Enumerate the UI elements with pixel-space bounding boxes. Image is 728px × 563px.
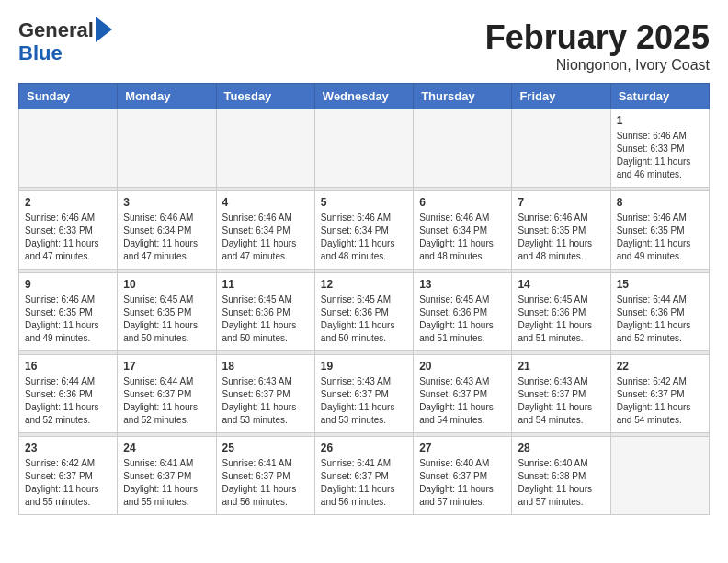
calendar-cell: 17Sunrise: 6:44 AM Sunset: 6:37 PM Dayli… — [118, 355, 216, 433]
day-info: Sunrise: 6:41 AM Sunset: 6:37 PM Dayligh… — [123, 457, 210, 509]
day-info: Sunrise: 6:43 AM Sunset: 6:37 PM Dayligh… — [419, 375, 506, 427]
day-number: 16 — [25, 360, 111, 373]
title-block: February 2025 Niongonon, Ivory Coast — [485, 18, 710, 74]
day-number: 4 — [222, 196, 309, 209]
day-number: 28 — [518, 442, 604, 454]
day-info: Sunrise: 6:46 AM Sunset: 6:35 PM Dayligh… — [25, 293, 111, 345]
day-info: Sunrise: 6:46 AM Sunset: 6:34 PM Dayligh… — [123, 212, 210, 263]
calendar-cell: 18Sunrise: 6:43 AM Sunset: 6:37 PM Dayli… — [216, 355, 314, 433]
day-number: 6 — [419, 196, 506, 209]
calendar-cell: 4Sunrise: 6:46 AM Sunset: 6:34 PM Daylig… — [216, 191, 314, 270]
day-info: Sunrise: 6:45 AM Sunset: 6:36 PM Dayligh… — [222, 293, 309, 345]
day-info: Sunrise: 6:42 AM Sunset: 6:37 PM Dayligh… — [617, 375, 703, 427]
calendar-cell: 9Sunrise: 6:46 AM Sunset: 6:35 PM Daylig… — [19, 273, 118, 351]
weekday-header-tuesday: Tuesday — [216, 84, 314, 109]
day-info: Sunrise: 6:45 AM Sunset: 6:35 PM Dayligh… — [123, 293, 210, 345]
day-info: Sunrise: 6:46 AM Sunset: 6:34 PM Dayligh… — [222, 212, 309, 263]
day-number: 19 — [321, 360, 407, 373]
day-info: Sunrise: 6:46 AM Sunset: 6:33 PM Dayligh… — [25, 212, 111, 263]
weekday-header-monday: Monday — [118, 84, 216, 109]
day-number: 10 — [123, 278, 210, 291]
weekday-header-friday: Friday — [512, 84, 610, 109]
logo-general: General — [18, 19, 94, 41]
calendar-week-row: 2Sunrise: 6:46 AM Sunset: 6:33 PM Daylig… — [19, 191, 710, 270]
calendar-cell: 21Sunrise: 6:43 AM Sunset: 6:37 PM Dayli… — [512, 355, 610, 433]
day-number: 23 — [25, 442, 111, 454]
calendar-cell: 28Sunrise: 6:40 AM Sunset: 6:38 PM Dayli… — [512, 437, 610, 515]
calendar-cell — [414, 109, 512, 188]
calendar-cell: 23Sunrise: 6:42 AM Sunset: 6:37 PM Dayli… — [19, 437, 118, 515]
day-info: Sunrise: 6:45 AM Sunset: 6:36 PM Dayligh… — [419, 293, 506, 345]
day-number: 18 — [222, 360, 309, 373]
calendar-cell: 26Sunrise: 6:41 AM Sunset: 6:37 PM Dayli… — [314, 437, 413, 515]
calendar-cell: 5Sunrise: 6:46 AM Sunset: 6:34 PM Daylig… — [314, 191, 413, 270]
day-info: Sunrise: 6:45 AM Sunset: 6:36 PM Dayligh… — [321, 293, 407, 345]
weekday-header-wednesday: Wednesday — [314, 84, 413, 109]
day-number: 12 — [321, 278, 407, 291]
day-number: 8 — [617, 196, 703, 209]
day-number: 27 — [419, 442, 506, 454]
calendar-cell: 22Sunrise: 6:42 AM Sunset: 6:37 PM Dayli… — [610, 355, 709, 433]
day-info: Sunrise: 6:46 AM Sunset: 6:34 PM Dayligh… — [419, 212, 506, 263]
day-number: 24 — [123, 442, 210, 454]
day-info: Sunrise: 6:44 AM Sunset: 6:36 PM Dayligh… — [25, 375, 111, 427]
day-info: Sunrise: 6:44 AM Sunset: 6:36 PM Dayligh… — [617, 293, 703, 345]
calendar-cell: 11Sunrise: 6:45 AM Sunset: 6:36 PM Dayli… — [216, 273, 314, 351]
calendar-week-row: 16Sunrise: 6:44 AM Sunset: 6:36 PM Dayli… — [19, 355, 710, 433]
calendar-cell: 7Sunrise: 6:46 AM Sunset: 6:35 PM Daylig… — [512, 191, 610, 270]
logo: General Blue — [18, 18, 112, 64]
logo-blue: Blue — [18, 41, 63, 64]
day-number: 5 — [321, 196, 407, 209]
calendar-title: February 2025 — [485, 18, 710, 57]
day-number: 26 — [321, 442, 407, 454]
weekday-header-row: SundayMondayTuesdayWednesdayThursdayFrid… — [19, 84, 710, 109]
calendar-cell — [19, 109, 118, 188]
day-number: 14 — [518, 278, 604, 291]
calendar-cell: 13Sunrise: 6:45 AM Sunset: 6:36 PM Dayli… — [414, 273, 512, 351]
day-number: 2 — [25, 196, 111, 209]
calendar-cell: 8Sunrise: 6:46 AM Sunset: 6:35 PM Daylig… — [610, 191, 709, 270]
day-info: Sunrise: 6:40 AM Sunset: 6:37 PM Dayligh… — [419, 457, 506, 509]
calendar-table: SundayMondayTuesdayWednesdayThursdayFrid… — [18, 83, 710, 515]
calendar-cell: 27Sunrise: 6:40 AM Sunset: 6:37 PM Dayli… — [414, 437, 512, 515]
calendar-cell: 16Sunrise: 6:44 AM Sunset: 6:36 PM Dayli… — [19, 355, 118, 433]
day-info: Sunrise: 6:46 AM Sunset: 6:34 PM Dayligh… — [321, 212, 407, 263]
day-info: Sunrise: 6:46 AM Sunset: 6:35 PM Dayligh… — [617, 212, 703, 263]
weekday-header-thursday: Thursday — [414, 84, 512, 109]
calendar-cell: 12Sunrise: 6:45 AM Sunset: 6:36 PM Dayli… — [314, 273, 413, 351]
day-info: Sunrise: 6:41 AM Sunset: 6:37 PM Dayligh… — [222, 457, 309, 509]
calendar-cell — [610, 437, 709, 515]
calendar-cell: 25Sunrise: 6:41 AM Sunset: 6:37 PM Dayli… — [216, 437, 314, 515]
day-number: 1 — [617, 114, 703, 127]
day-number: 9 — [25, 278, 111, 291]
calendar-cell: 6Sunrise: 6:46 AM Sunset: 6:34 PM Daylig… — [414, 191, 512, 270]
logo-arrow-icon — [96, 17, 112, 42]
day-info: Sunrise: 6:45 AM Sunset: 6:36 PM Dayligh… — [518, 293, 604, 345]
calendar-cell: 3Sunrise: 6:46 AM Sunset: 6:34 PM Daylig… — [118, 191, 216, 270]
day-number: 17 — [123, 360, 210, 373]
calendar-subtitle: Niongonon, Ivory Coast — [485, 57, 710, 74]
calendar-week-row: 1Sunrise: 6:46 AM Sunset: 6:33 PM Daylig… — [19, 109, 710, 188]
calendar-cell — [512, 109, 610, 188]
day-info: Sunrise: 6:43 AM Sunset: 6:37 PM Dayligh… — [321, 375, 407, 427]
calendar-cell: 19Sunrise: 6:43 AM Sunset: 6:37 PM Dayli… — [314, 355, 413, 433]
day-number: 22 — [617, 360, 703, 373]
day-info: Sunrise: 6:42 AM Sunset: 6:37 PM Dayligh… — [25, 457, 111, 509]
day-info: Sunrise: 6:43 AM Sunset: 6:37 PM Dayligh… — [222, 375, 309, 427]
calendar-week-row: 9Sunrise: 6:46 AM Sunset: 6:35 PM Daylig… — [19, 273, 710, 351]
day-number: 25 — [222, 442, 309, 454]
day-number: 21 — [518, 360, 604, 373]
day-info: Sunrise: 6:43 AM Sunset: 6:37 PM Dayligh… — [518, 375, 604, 427]
day-info: Sunrise: 6:46 AM Sunset: 6:33 PM Dayligh… — [617, 130, 703, 181]
calendar-cell: 24Sunrise: 6:41 AM Sunset: 6:37 PM Dayli… — [118, 437, 216, 515]
calendar-cell: 1Sunrise: 6:46 AM Sunset: 6:33 PM Daylig… — [610, 109, 709, 188]
day-number: 3 — [123, 196, 210, 209]
day-number: 20 — [419, 360, 506, 373]
calendar-cell: 2Sunrise: 6:46 AM Sunset: 6:33 PM Daylig… — [19, 191, 118, 270]
calendar-cell — [216, 109, 314, 188]
calendar-cell: 10Sunrise: 6:45 AM Sunset: 6:35 PM Dayli… — [118, 273, 216, 351]
day-number: 7 — [518, 196, 604, 209]
day-number: 15 — [617, 278, 703, 291]
calendar-cell: 15Sunrise: 6:44 AM Sunset: 6:36 PM Dayli… — [610, 273, 709, 351]
calendar-cell: 20Sunrise: 6:43 AM Sunset: 6:37 PM Dayli… — [414, 355, 512, 433]
